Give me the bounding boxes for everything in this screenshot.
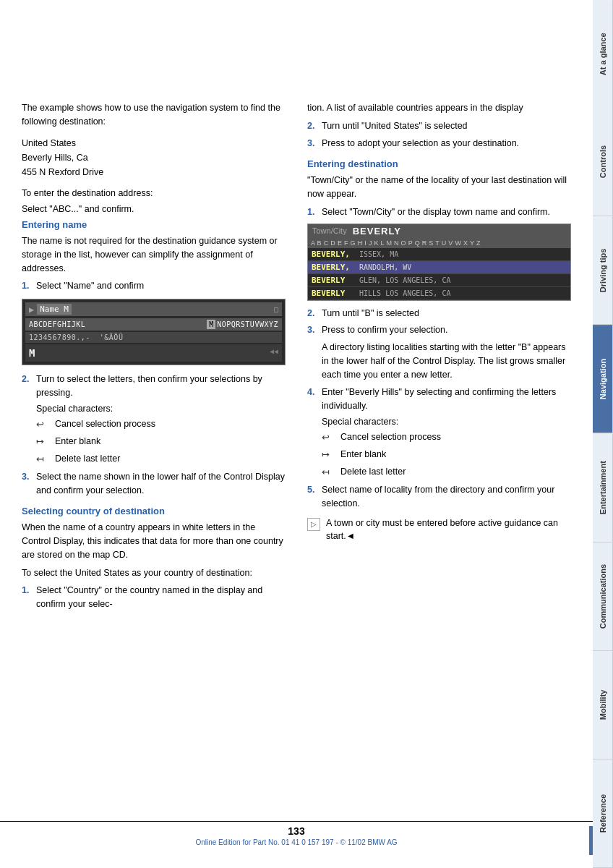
tab-driving-tips[interactable]: Driving tips bbox=[593, 216, 613, 325]
tab-at-a-glance[interactable]: At a glance bbox=[593, 0, 613, 108]
step-5-destination: 5. Select name of locality from the dire… bbox=[307, 483, 571, 511]
step-3-country-text: Press to adopt your selection as your de… bbox=[322, 137, 571, 150]
delete-icon: ↤ bbox=[36, 451, 51, 467]
step-1-name: 1. Select "Name" and confirm bbox=[22, 279, 286, 293]
address-line-2: Beverly Hills, Ca bbox=[22, 150, 286, 165]
selecting-country-heading: Selecting country of destination bbox=[22, 506, 286, 516]
cont-text: tion. A list of available countries appe… bbox=[307, 101, 571, 115]
intro-paragraph: The example shows how to use the navigat… bbox=[22, 101, 286, 129]
town-value: BEVERLY bbox=[353, 226, 401, 237]
step-3-destination-detail: A directory listing localities starting … bbox=[322, 341, 571, 381]
footer-citation: Online Edition for Part No. 01 41 0 157 … bbox=[195, 838, 397, 846]
town-list-item-3: BEVERLY HILLS LOS ANGELES, CA bbox=[308, 287, 570, 300]
name-screen: ▶ Name M □ ABCDEFGHIJKL M NOPQRSTUVWXYZ … bbox=[22, 299, 286, 365]
town-keyboard: A B C D E F G H I J K L M N O P Q R S T … bbox=[308, 238, 570, 248]
step-4-destination-text: Enter "Beverly Hills" by selecting and c… bbox=[322, 386, 571, 413]
step-2-country-right: 2. Turn until "United States" is selecte… bbox=[307, 119, 571, 133]
town-list-item-1: BEVERLY, RANDOLPH, WV bbox=[308, 261, 570, 274]
step-2-destination: 2. Turn until "B" is selected bbox=[307, 307, 571, 320]
step-1-destination-text: Select "Town/City" or the display town n… bbox=[322, 205, 571, 219]
footer: 133 Online Edition for Part No. 01 41 0 … bbox=[0, 821, 593, 846]
step-2-name: 2. Turn to select the letters, then conf… bbox=[22, 373, 286, 400]
step-3-destination-text: Press to confirm your selection. bbox=[322, 323, 571, 337]
delete-text: Delete last letter bbox=[55, 451, 120, 467]
selecting-country-body2: To select the United States as your coun… bbox=[22, 566, 286, 580]
special-chars-label-left: Special characters: bbox=[36, 404, 286, 414]
note-icon: ▷ bbox=[307, 518, 320, 531]
page-number: 133 bbox=[288, 825, 304, 837]
step-3-destination: 3. Press to confirm your selection. bbox=[307, 323, 571, 337]
note-box: ▷ A town or city must be entered before … bbox=[307, 516, 571, 544]
two-column-layout: The example shows how to use the navigat… bbox=[22, 101, 571, 615]
note-text: A town or city must be entered before ac… bbox=[326, 516, 571, 544]
delete-icon-right: ↤ bbox=[322, 464, 336, 480]
town-screen-header: Town/City BEVERLY bbox=[308, 224, 570, 238]
footer-divider bbox=[0, 821, 593, 822]
special-chars-label-right: Special characters: bbox=[322, 417, 571, 427]
cancel-icon: ↩ bbox=[36, 417, 51, 433]
entering-destination-heading: Entering destination bbox=[307, 158, 571, 169]
step-1-name-text: Select "Name" and confirm bbox=[36, 279, 286, 293]
blank-icon-right: ↦ bbox=[322, 447, 336, 463]
step-5-destination-text: Select name of locality from the directo… bbox=[322, 483, 571, 511]
step-2-country-text: Turn until "United States" is selected bbox=[322, 119, 571, 133]
special-char-cancel-right: ↩ Cancel selection process bbox=[322, 430, 571, 446]
delete-text-right: Delete last letter bbox=[340, 464, 406, 480]
entering-name-heading: Entering name bbox=[22, 219, 286, 230]
screen-selected-letter: M bbox=[207, 320, 215, 329]
step-3-name: 3. Select the name shown in the lower ha… bbox=[22, 470, 286, 498]
special-chars-list-left: ↩ Cancel selection process ↦ Enter blank… bbox=[36, 417, 286, 467]
left-column: The example shows how to use the navigat… bbox=[22, 101, 286, 615]
cancel-text-right: Cancel selection process bbox=[340, 430, 441, 445]
tab-controls[interactable]: Controls bbox=[593, 108, 613, 216]
town-list: BEVERLY, ISSEX, MA BEVERLY, RANDOLPH, WV… bbox=[308, 248, 570, 300]
right-column: tion. A list of available countries appe… bbox=[307, 101, 571, 615]
address-line-3: 455 N Rexford Drive bbox=[22, 165, 286, 179]
tab-mobility[interactable]: Mobility bbox=[593, 651, 613, 760]
cancel-icon-right: ↩ bbox=[322, 430, 336, 446]
screen-top-bar: ▶ Name M □ bbox=[25, 302, 282, 316]
town-list-item-0: BEVERLY, ISSEX, MA bbox=[308, 248, 570, 261]
instruction-2: Select "ABC..." and confirm. bbox=[22, 203, 286, 216]
main-content: The example shows how to use the navigat… bbox=[0, 0, 593, 868]
cancel-text: Cancel selection process bbox=[55, 417, 155, 432]
step-2-destination-text: Turn until "B" is selected bbox=[322, 307, 571, 320]
tab-entertainment[interactable]: Entertainment bbox=[593, 434, 613, 542]
screen-numbers: 1234567890.,- '&ÄÖÜ bbox=[25, 332, 282, 343]
step-4-destination: 4. Enter "Beverly Hills" by selecting an… bbox=[307, 386, 571, 413]
step-2-name-text: Turn to select the letters, then confirm… bbox=[36, 373, 286, 400]
special-char-blank: ↦ Enter blank bbox=[36, 434, 286, 450]
screen-label: Name M bbox=[37, 304, 72, 315]
blank-icon: ↦ bbox=[36, 434, 51, 450]
address-block: United States Beverly Hills, Ca 455 N Re… bbox=[22, 136, 286, 179]
town-city-screen: Town/City BEVERLY A B C D E F G H I J K … bbox=[307, 224, 571, 301]
address-line-1: United States bbox=[22, 136, 286, 150]
special-chars-list-right: ↩ Cancel selection process ↦ Enter blank… bbox=[322, 430, 571, 480]
tab-navigation[interactable]: Navigation bbox=[593, 325, 613, 433]
tab-communications[interactable]: Communications bbox=[593, 542, 613, 651]
step-3-name-text: Select the name shown in the lower half … bbox=[36, 470, 286, 498]
town-label: Town/City bbox=[312, 226, 347, 235]
side-tab-strip: At a glance Controls Driving tips Naviga… bbox=[593, 0, 613, 868]
step-3-country-right: 3. Press to adopt your selection as your… bbox=[307, 137, 571, 150]
blank-text: Enter blank bbox=[55, 434, 100, 449]
town-list-item-2: BEVERLY GLEN, LOS ANGELES, CA bbox=[308, 274, 570, 287]
entering-destination-body: "Town/City" or the name of the locality … bbox=[307, 174, 571, 201]
footer-accent-bar bbox=[589, 826, 593, 855]
screen-input-row: M ◀◀ bbox=[25, 344, 282, 362]
special-char-delete: ↤ Delete last letter bbox=[36, 451, 286, 467]
step-1-country: 1. Select "Country" or the country named… bbox=[22, 584, 286, 611]
screen-keyboard-left: ABCDEFGHIJKL bbox=[29, 320, 205, 328]
screen-keyboard-right: NOPQRSTUVWXYZ bbox=[217, 320, 278, 328]
instruction-1: To enter the destination address: bbox=[22, 187, 286, 200]
tab-reference[interactable]: Reference bbox=[593, 760, 613, 868]
special-char-blank-right: ↦ Enter blank bbox=[322, 447, 571, 463]
blank-text-right: Enter blank bbox=[340, 447, 386, 462]
step-1-destination: 1. Select "Town/City" or the display tow… bbox=[307, 205, 571, 219]
special-char-delete-right: ↤ Delete last letter bbox=[322, 464, 571, 480]
entering-name-body: The name is not required for the destina… bbox=[22, 234, 286, 275]
selecting-country-body1: When the name of a country appears in wh… bbox=[22, 521, 286, 561]
special-char-cancel: ↩ Cancel selection process bbox=[36, 417, 286, 433]
step-1-country-text: Select "Country" or the country named in… bbox=[36, 584, 286, 611]
